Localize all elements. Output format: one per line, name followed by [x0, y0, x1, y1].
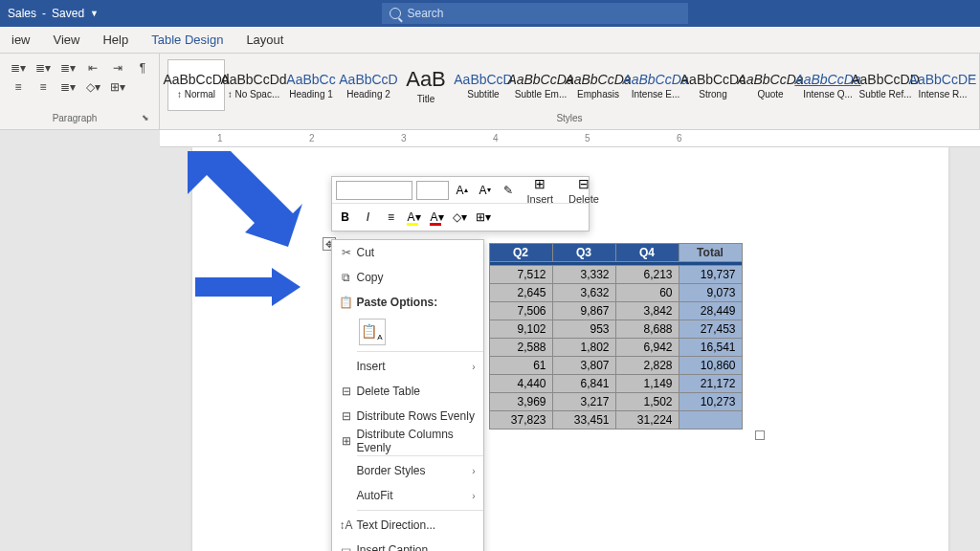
- cut-icon: ✂: [336, 246, 357, 259]
- style-intense-r-[interactable]: AaBbCcDEIntense R...: [914, 59, 971, 111]
- table-row: 2,6453,632609,073: [489, 284, 742, 302]
- context-menu: ✂Cut ⧉Copy 📋Paste Options: 📋A Insert› ⊟D…: [331, 239, 484, 551]
- table-row: 9,1029538,68827,453: [489, 320, 742, 339]
- chevron-right-icon: ›: [472, 362, 475, 372]
- table-row: 4,4406,8411,14921,172: [489, 375, 742, 393]
- styles-group: AaBbCcDd↕ NormalAaBbCcDd↕ No Spac...AaBb…: [160, 54, 980, 129]
- style-subtle-ref-[interactable]: AaBbCcDDSubtle Ref...: [857, 59, 914, 111]
- style-subtle-em-[interactable]: AaBbCcDaSubtle Em...: [512, 59, 569, 111]
- tab-view[interactable]: View: [50, 29, 84, 51]
- shading-button-mini[interactable]: ◇▾: [451, 207, 470, 228]
- text-direction-icon: ↕A: [336, 518, 357, 532]
- style-heading-2[interactable]: AaBbCcDHeading 2: [340, 59, 397, 111]
- table-row: 37,82333,45131,224: [489, 411, 742, 430]
- align-button[interactable]: ≡: [382, 207, 401, 228]
- table-header[interactable]: Total: [679, 244, 742, 262]
- table-header[interactable]: Q3: [552, 244, 615, 262]
- search-icon: [390, 8, 401, 19]
- data-table[interactable]: Q2Q3Q4Total 7,5123,3326,21319,7372,6453,…: [489, 243, 743, 430]
- ctx-dist-cols[interactable]: ⊞Distribute Columns Evenly: [332, 429, 483, 453]
- table-row: 7,5069,8673,84228,449: [489, 302, 742, 320]
- delete-button[interactable]: ⊟Delete: [563, 176, 605, 205]
- distribute-cols-icon: ⊞: [336, 434, 357, 448]
- grow-font-button[interactable]: A▴: [453, 180, 472, 201]
- table-resize-handle[interactable]: [755, 430, 765, 440]
- style--no-spac-[interactable]: AaBbCcDd↕ No Spac...: [225, 59, 282, 111]
- delete-table-icon: ⊟: [336, 385, 357, 398]
- dropdown-icon[interactable]: ▼: [90, 9, 99, 18]
- tab-table-design[interactable]: Table Design: [147, 29, 227, 51]
- table-row: 3,9693,2171,50210,273: [489, 393, 742, 411]
- ctx-delete-table[interactable]: ⊟Delete Table: [332, 379, 483, 404]
- ctx-insert-caption[interactable]: ▭Insert Caption...: [332, 538, 483, 551]
- ribbon-tabs: iew View Help Table Design Layout: [0, 27, 980, 54]
- style-intense-q-[interactable]: AaBbCcDaIntense Q...: [799, 59, 857, 111]
- increase-indent-button[interactable]: ⇥: [107, 59, 128, 77]
- table-row: 7,5123,3326,21319,737: [489, 266, 742, 284]
- line-spacing-button[interactable]: ≣▾: [57, 78, 78, 96]
- ctx-dist-rows[interactable]: ⊟Distribute Rows Evenly: [332, 404, 483, 429]
- align-left-button[interactable]: ≡: [8, 78, 29, 96]
- document-page: A▴ A▾ ✎ ⊞Insert ⊟Delete B I ≡ A▾ A▾ ◇▾ ⊞…: [192, 147, 948, 551]
- bold-button[interactable]: B: [336, 207, 355, 228]
- ctx-text-direction[interactable]: ↕AText Direction...: [332, 513, 483, 538]
- svg-marker-1: [195, 268, 301, 306]
- borders-button[interactable]: ⊞▾: [107, 78, 128, 96]
- paragraph-group: ≣▾ ≣▾ ≣▾ ⇤ ⇥ ¶ ≡ ≡ ≣▾ ◇▾ ⊞▾ Paragraph⬊: [0, 54, 160, 129]
- save-state: Saved: [52, 7, 84, 20]
- style-intense-e-[interactable]: AaBbCcDaIntense E...: [627, 59, 684, 111]
- style-emphasis[interactable]: AaBbCcDaEmphasis: [569, 59, 627, 111]
- bullets-button[interactable]: ≣▾: [8, 59, 29, 77]
- table-row: 613,8072,82810,860: [489, 357, 742, 375]
- decrease-indent-button[interactable]: ⇤: [82, 59, 103, 77]
- format-painter-button[interactable]: ✎: [499, 180, 518, 201]
- borders-button-mini[interactable]: ⊞▾: [474, 207, 493, 228]
- ctx-paste-label: 📋Paste Options:: [332, 290, 483, 315]
- shrink-font-button[interactable]: A▾: [476, 180, 495, 201]
- chevron-right-icon: ›: [472, 466, 475, 476]
- copy-icon: ⧉: [336, 271, 357, 284]
- align-center-button[interactable]: ≡: [33, 78, 54, 96]
- style-heading-1[interactable]: AaBbCcHeading 1: [282, 59, 340, 111]
- chevron-right-icon: ›: [472, 491, 475, 501]
- italic-button[interactable]: I: [359, 207, 378, 228]
- mini-toolbar: A▴ A▾ ✎ ⊞Insert ⊟Delete B I ≡ A▾ A▾ ◇▾ ⊞…: [331, 176, 590, 231]
- shading-button[interactable]: ◇▾: [82, 78, 103, 96]
- highlight-button[interactable]: A▾: [405, 207, 424, 228]
- insert-button[interactable]: ⊞Insert: [522, 176, 560, 205]
- annotation-arrow: [195, 268, 301, 306]
- tab-layout[interactable]: Layout: [242, 29, 287, 51]
- tab-cut[interactable]: iew: [8, 29, 34, 51]
- ctx-cut[interactable]: ✂Cut: [332, 240, 483, 265]
- style-strong[interactable]: AaBbCcDcStrong: [684, 59, 742, 111]
- style--normal[interactable]: AaBbCcDd↕ Normal: [167, 59, 225, 111]
- ctx-autofit[interactable]: AutoFit›: [332, 483, 483, 508]
- paste-option-keep-text[interactable]: 📋A: [359, 319, 386, 345]
- distribute-rows-icon: ⊟: [336, 409, 357, 423]
- ruler[interactable]: 123456: [160, 130, 980, 147]
- numbering-button[interactable]: ≣▾: [33, 59, 54, 77]
- table-header[interactable]: Q2: [489, 244, 552, 262]
- search-input[interactable]: Search: [382, 3, 688, 24]
- doc-title: Sales: [8, 7, 36, 20]
- svg-marker-0: [188, 151, 302, 247]
- style-subtitle[interactable]: AaBbCcDSubtitle: [455, 59, 512, 111]
- ctx-border-styles[interactable]: Border Styles›: [332, 458, 483, 483]
- table-header[interactable]: Q4: [615, 244, 679, 262]
- ctx-insert[interactable]: Insert›: [332, 354, 483, 379]
- style-title[interactable]: AaBTitle: [397, 59, 455, 111]
- style-quote[interactable]: AaBbCcDaQuote: [742, 59, 799, 111]
- paste-icon: 📋: [336, 296, 357, 309]
- ctx-copy[interactable]: ⧉Copy: [332, 265, 483, 290]
- font-color-button[interactable]: A▾: [428, 207, 447, 228]
- tab-help[interactable]: Help: [99, 29, 132, 51]
- table-row: 2,5881,8026,94216,541: [489, 339, 742, 357]
- multilevel-button[interactable]: ≣▾: [57, 59, 78, 77]
- caption-icon: ▭: [336, 543, 357, 551]
- font-size-select[interactable]: [416, 181, 449, 200]
- font-family-select[interactable]: [336, 181, 412, 200]
- show-marks-button[interactable]: ¶: [132, 59, 153, 77]
- paragraph-dialog-launcher[interactable]: ⬊: [142, 113, 149, 122]
- annotation-arrow: [178, 151, 302, 247]
